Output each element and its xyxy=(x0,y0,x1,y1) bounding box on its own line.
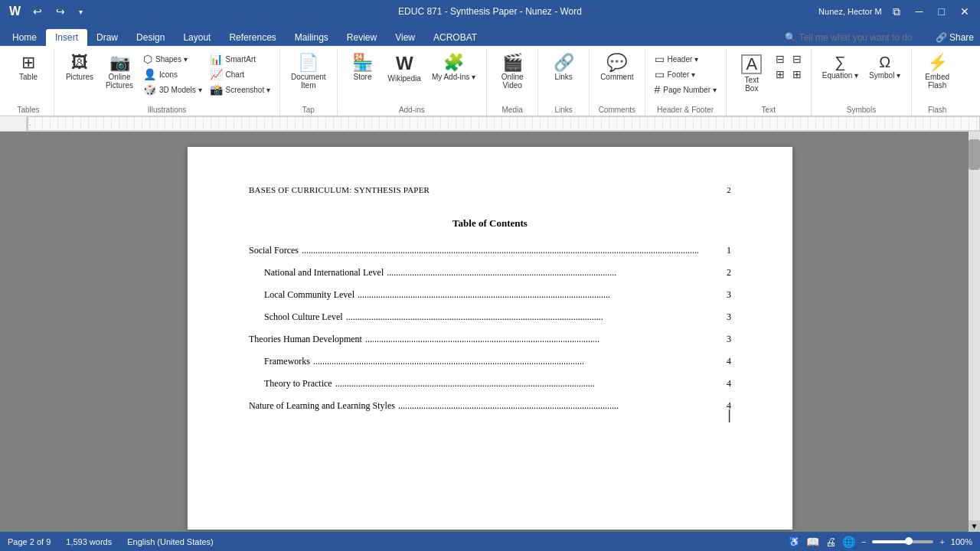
tab-mailings[interactable]: Mailings xyxy=(286,29,338,46)
status-bar: Page 2 of 9 1,593 words English (United … xyxy=(0,532,980,551)
toc-page-school: 3 xyxy=(727,311,731,323)
share-button[interactable]: 🔗 Share xyxy=(929,29,980,46)
header-label: Header ▾ xyxy=(668,55,699,64)
chart-button[interactable]: 📈 Chart xyxy=(207,67,273,81)
online-video-button[interactable]: 🎬 OnlineVideo xyxy=(493,52,531,92)
text-extra2-button[interactable]: ⊞ xyxy=(773,67,788,81)
smartart-col: 📊 SmartArt 📈 Chart 📸 Screenshot ▾ xyxy=(207,52,273,96)
header-footer-col: ▭ Header ▾ ▭ Footer ▾ # Page Number ▾ xyxy=(652,52,720,96)
comments-group-label: Comments xyxy=(596,106,638,116)
links-label: Links xyxy=(554,73,572,81)
footer-icon: ▭ xyxy=(655,69,665,80)
ruler-side xyxy=(0,116,27,131)
screenshot-label: Screenshot ▾ xyxy=(226,86,270,94)
minimize-button[interactable]: ─ xyxy=(911,4,928,19)
text-extra4-icon: ⊞ xyxy=(792,69,802,80)
ribbon-display-button[interactable]: ⧉ xyxy=(888,4,905,20)
scrollbar[interactable]: ▼ xyxy=(969,132,980,532)
equation-button[interactable]: ∑ Equation ▾ xyxy=(818,52,863,82)
page-number-button[interactable]: # Page Number ▾ xyxy=(652,83,720,96)
tab-acrobat[interactable]: ACROBAT xyxy=(424,29,486,46)
footer-button[interactable]: ▭ Footer ▾ xyxy=(652,67,720,81)
pictures-button[interactable]: 🖼 Pictures xyxy=(60,52,99,83)
flash-group-label: Flash xyxy=(918,106,956,116)
tab-draw[interactable]: Draw xyxy=(87,29,127,46)
toc-dots-social-forces: ........................................… xyxy=(299,245,727,256)
table-icon: ⊞ xyxy=(21,54,35,71)
accessibility-icon: ♿ xyxy=(789,536,800,547)
symbol-button[interactable]: Ω Symbol ▾ xyxy=(864,52,905,82)
maximize-button[interactable]: □ xyxy=(934,4,949,19)
header-button[interactable]: ▭ Header ▾ xyxy=(652,52,720,66)
close-button[interactable]: ✕ xyxy=(956,4,974,19)
document-item-icon: 📄 xyxy=(298,54,318,71)
toc-dots-school: ........................................… xyxy=(343,311,727,323)
symbol-icon: Ω xyxy=(879,54,890,70)
store-button[interactable]: 🏪 Store xyxy=(344,52,382,83)
undo-button[interactable]: ↩ xyxy=(28,4,47,19)
view-web-button[interactable]: 🌐 xyxy=(842,536,855,548)
comment-button[interactable]: 💬 Comment xyxy=(596,52,638,83)
icons-button[interactable]: 👤 Icons xyxy=(140,67,205,81)
document[interactable]: BASES OF CURRICULUM: SYNTHESIS PAPER 2 T… xyxy=(188,147,792,530)
view-read-button[interactable]: 📖 xyxy=(806,536,819,548)
online-video-icon: 🎬 xyxy=(502,54,523,71)
online-pictures-button[interactable]: 📷 OnlinePictures xyxy=(100,52,139,92)
toc-entry-school: School Culture Level ...................… xyxy=(264,311,731,323)
title-bar: W ↩ ↪ ▾ EDUC 871 - Synthesis Paper - Nun… xyxy=(0,0,980,23)
text-extra1-button[interactable]: ⊟ xyxy=(773,52,788,66)
zoom-slider[interactable] xyxy=(872,540,933,543)
tab-references[interactable]: References xyxy=(220,29,285,46)
tap-items: 📄 DocumentItem xyxy=(286,49,331,106)
shapes-col: ⬡ Shapes ▾ 👤 Icons 🎲 3D Models ▾ xyxy=(140,52,205,96)
customize-button[interactable]: ▾ xyxy=(74,6,87,18)
text-extra4-button[interactable]: ⊞ xyxy=(789,67,805,81)
text-extra3-button[interactable]: ⊟ xyxy=(789,52,805,66)
group-symbols: ∑ Equation ▾ Ω Symbol ▾ Symbols xyxy=(812,49,912,116)
ribbon-tabs: Home Insert Draw Design Layout Reference… xyxy=(0,23,980,46)
pictures-icon: 🖼 xyxy=(71,54,88,71)
3d-models-button[interactable]: 🎲 3D Models ▾ xyxy=(140,83,205,96)
text-extra2-icon: ⊞ xyxy=(776,69,785,80)
toc-label-national: National and International Level xyxy=(264,267,384,279)
links-button[interactable]: 🔗 Links xyxy=(544,52,583,83)
scrollbar-down[interactable]: ▼ xyxy=(969,520,980,532)
document-item-button[interactable]: 📄 DocumentItem xyxy=(286,52,331,92)
wikipedia-button[interactable]: W Wikipedia xyxy=(384,52,426,85)
redo-button[interactable]: ↪ xyxy=(51,4,70,19)
shapes-button[interactable]: ⬡ Shapes ▾ xyxy=(140,52,205,66)
textbox-button[interactable]: A TextBox xyxy=(733,52,771,95)
header-footer-items: ▭ Header ▾ ▭ Footer ▾ # Page Number ▾ xyxy=(652,49,720,106)
view-print-button[interactable]: 🖨 xyxy=(825,536,836,548)
tab-design[interactable]: Design xyxy=(127,29,174,46)
illustrations-items: 🖼 Pictures 📷 OnlinePictures ⬡ Shapes ▾ 👤… xyxy=(60,49,273,106)
tab-layout[interactable]: Layout xyxy=(174,29,220,46)
table-button[interactable]: ⊞ Table xyxy=(9,52,47,83)
zoom-out-button[interactable]: − xyxy=(861,537,866,546)
store-label: Store xyxy=(354,73,372,81)
tab-home[interactable]: Home xyxy=(3,29,46,46)
toc-entry-frameworks: Frameworks .............................… xyxy=(264,356,731,367)
header-icon: ▭ xyxy=(655,54,665,64)
links-icon: 🔗 xyxy=(554,54,574,71)
zoom-in-button[interactable]: + xyxy=(939,537,944,546)
tab-insert[interactable]: Insert xyxy=(46,29,87,46)
group-illustrations: 🖼 Pictures 📷 OnlinePictures ⬡ Shapes ▾ 👤… xyxy=(54,49,280,116)
textbox-icon: A xyxy=(741,54,762,74)
text-cursor[interactable]: | xyxy=(727,407,731,423)
toc-label-local: Local Community Level xyxy=(264,289,354,301)
illustrations-group-label: Illustrations xyxy=(60,106,273,116)
toc-page-local: 3 xyxy=(727,289,731,301)
my-addins-button[interactable]: 🧩 My Add-ins ▾ xyxy=(427,52,480,83)
smartart-button[interactable]: 📊 SmartArt xyxy=(207,52,273,66)
equation-icon: ∑ xyxy=(835,54,845,70)
scrollbar-thumb[interactable] xyxy=(969,139,980,170)
word-count: 1,593 words xyxy=(66,537,112,546)
tab-view[interactable]: View xyxy=(386,29,424,46)
addins-group-label: Add-ins xyxy=(344,106,481,116)
tab-review[interactable]: Review xyxy=(338,29,386,46)
screenshot-button[interactable]: 📸 Screenshot ▾ xyxy=(207,83,273,96)
embed-flash-button[interactable]: ⚡ EmbedFlash xyxy=(918,52,956,92)
document-header-text: BASES OF CURRICULUM: SYNTHESIS PAPER xyxy=(249,185,430,194)
search-input[interactable] xyxy=(799,32,922,43)
